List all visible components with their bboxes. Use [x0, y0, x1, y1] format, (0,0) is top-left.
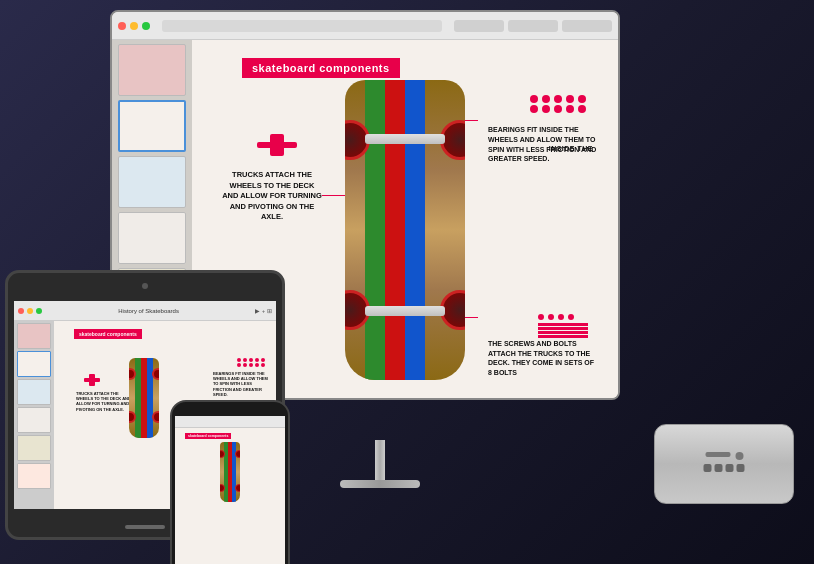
- tablet-maximize[interactable]: [36, 308, 42, 314]
- tablet-slide-panel[interactable]: [14, 321, 54, 509]
- skateboard-deck: [345, 80, 465, 380]
- tablet-bearings-text: BEARINGS FIT INSIDE THE WHEELS AND ALLOW…: [213, 371, 268, 397]
- monitor-base: [340, 480, 420, 488]
- tablet-truck-icon: [82, 373, 102, 391]
- mac-mini-port-1: [705, 452, 730, 457]
- inside-the-label: INSIDE THE: [549, 145, 593, 152]
- svg-rect-1: [270, 134, 284, 156]
- svg-rect-3: [89, 374, 95, 386]
- phone-keynote-app: skateboard components THE DECK IS THE P: [175, 416, 285, 564]
- screws-dots: [538, 314, 588, 338]
- slide-thumb-3[interactable]: [118, 156, 186, 208]
- tablet-slide-title: skateboard components: [74, 329, 142, 339]
- phone[interactable]: skateboard components THE DECK IS THE P: [170, 400, 290, 564]
- keynote-toolbar[interactable]: [112, 12, 618, 40]
- truck-bar-top: [365, 134, 445, 144]
- maximize-button[interactable]: [142, 22, 150, 30]
- monitor-neck: [375, 440, 385, 480]
- truck-icon: [252, 130, 302, 166]
- tablet-thumb-5[interactable]: [17, 435, 51, 461]
- phone-slide-area: skateboard components THE DECK IS THE P: [175, 428, 285, 564]
- deck-stripe-green: [365, 80, 385, 380]
- tablet-title: History of Skateboards: [45, 308, 252, 314]
- tablet-close[interactable]: [18, 308, 24, 314]
- bearings-dots: [530, 95, 588, 113]
- tablet-trucks-text: TRUCKS ATTACH THE WHEELS TO THE DECK AND…: [76, 391, 131, 412]
- minimize-button[interactable]: [130, 22, 138, 30]
- tablet-thumb-4[interactable]: [17, 407, 51, 433]
- phone-slide-title: skateboard components: [185, 433, 231, 439]
- slide-thumb-4[interactable]: [118, 212, 186, 264]
- tablet-thumb-1[interactable]: [17, 323, 51, 349]
- tablet-minimize[interactable]: [27, 308, 33, 314]
- mac-mini-ports: [704, 452, 745, 472]
- tablet-home-bar: [125, 525, 165, 529]
- tablet-mini-skateboard: [129, 358, 159, 448]
- phone-mini-skateboard: [220, 442, 240, 502]
- slide-thumb-2[interactable]: [118, 100, 186, 152]
- phone-toolbar[interactable]: [175, 416, 285, 428]
- tablet-thumb-3[interactable]: [17, 379, 51, 405]
- mac-mini-light: [735, 452, 743, 460]
- truck-bar-bottom: [365, 306, 445, 316]
- tablet-toolbar-icons: ▶ + ⊞: [255, 307, 272, 314]
- deck-stripe-blue: [405, 80, 425, 380]
- slide-thumb-1[interactable]: [118, 44, 186, 96]
- trucks-description: TRUCKS ATTACH THE WHEELS TO THE DECK AND…: [222, 170, 322, 223]
- close-button[interactable]: [118, 22, 126, 30]
- mac-mini: [654, 424, 794, 504]
- tablet-thumb-2[interactable]: [17, 351, 51, 377]
- slide-title: skateboard components: [242, 58, 400, 78]
- deck-stripe-red: [385, 80, 405, 380]
- phone-screen: skateboard components THE DECK IS THE P: [175, 416, 285, 564]
- tablet-toolbar[interactable]: History of Skateboards ▶ + ⊞: [14, 301, 276, 321]
- tablet-thumb-6[interactable]: [17, 463, 51, 489]
- tablet-camera: [142, 283, 148, 289]
- skateboard-visual: [312, 60, 498, 388]
- tablet-bearings-dots: [237, 358, 266, 367]
- screws-description: THE SCREWS AND BOLTS ATTACH THE TRUCKS T…: [488, 339, 598, 378]
